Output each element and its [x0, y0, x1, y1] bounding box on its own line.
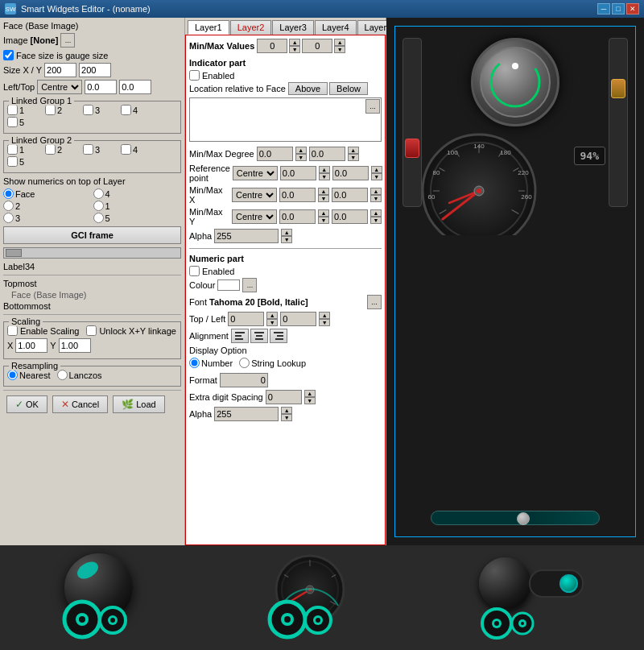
- above-button[interactable]: Above: [288, 82, 328, 95]
- left-up[interactable]: ▲: [319, 312, 330, 319]
- colour-swatch[interactable]: [217, 279, 240, 291]
- reference-point-v2-input[interactable]: [332, 166, 369, 180]
- nearest-radio[interactable]: [7, 370, 18, 380]
- minmax-val2-down[interactable]: ▼: [334, 46, 345, 53]
- ref-v1-down[interactable]: ▼: [319, 173, 330, 180]
- widget3-container: [475, 553, 588, 642]
- max-x-down[interactable]: ▼: [370, 195, 382, 202]
- horizontal-scrollbar[interactable]: [3, 247, 181, 259]
- nearest-option: Nearest: [7, 370, 51, 380]
- unlock-xy-checkbox[interactable]: [86, 325, 97, 336]
- enable-scaling-checkbox[interactable]: [7, 325, 18, 336]
- reference-point-v1-input[interactable]: [280, 166, 316, 180]
- minmax-x-dropdown[interactable]: Centre: [232, 188, 277, 202]
- extra-spacing-input[interactable]: [266, 390, 302, 404]
- lefttop-x-input[interactable]: [85, 80, 117, 94]
- reference-point-dropdown[interactable]: Centre: [233, 166, 278, 180]
- min-degree-down[interactable]: ▼: [295, 154, 307, 161]
- lefttop-y-input[interactable]: [119, 80, 151, 94]
- max-degree-input[interactable]: [309, 147, 345, 161]
- max-degree-up[interactable]: ▲: [348, 147, 359, 154]
- titlebar-left: SW Smart Widgets Editor - (noname): [5, 3, 151, 14]
- format-input[interactable]: [220, 373, 268, 387]
- tab-layer1[interactable]: Layer1: [188, 20, 229, 35]
- left-down[interactable]: ▼: [319, 319, 330, 326]
- max-y-input[interactable]: [332, 209, 368, 224]
- max-degree-down[interactable]: ▼: [348, 154, 359, 161]
- max-x-input[interactable]: [332, 188, 368, 202]
- min-x-down[interactable]: ▼: [318, 195, 329, 202]
- tab-layer2[interactable]: Layer2: [230, 20, 272, 35]
- image-browse-button[interactable]: ...: [60, 33, 75, 48]
- lefttop-align-dropdown[interactable]: Centre: [37, 80, 82, 94]
- align-right-button[interactable]: [270, 329, 287, 343]
- min-y-down[interactable]: ▼: [318, 217, 329, 224]
- scrollbar-thumb[interactable]: [6, 249, 22, 257]
- numeric-enabled-checkbox[interactable]: [189, 266, 200, 276]
- indicator-enabled-checkbox[interactable]: [189, 70, 200, 81]
- ref-v2-up[interactable]: ▲: [371, 166, 382, 173]
- load-button[interactable]: 🌿 Load: [113, 395, 164, 413]
- minimize-button[interactable]: ─: [597, 3, 610, 14]
- max-x-up[interactable]: ▲: [370, 188, 382, 195]
- max-y-down[interactable]: ▼: [370, 217, 382, 224]
- ref-v1-up[interactable]: ▲: [319, 166, 330, 173]
- extra-spacing-down[interactable]: ▼: [304, 397, 316, 404]
- location-label: Location relative to Face: [189, 84, 286, 93]
- minmax-val2-up[interactable]: ▲: [334, 39, 345, 46]
- tab-layer3[interactable]: Layer3: [272, 20, 314, 35]
- top-down[interactable]: ▼: [266, 319, 278, 326]
- minmax-x-row: Min/Max X Centre ▲ ▼ ▲ ▼: [189, 185, 382, 205]
- align-left-button[interactable]: [231, 329, 249, 343]
- ref-v2-down[interactable]: ▼: [371, 173, 382, 180]
- max-y-up[interactable]: ▲: [370, 209, 382, 217]
- minmax-val1-down[interactable]: ▼: [289, 46, 300, 53]
- top-input[interactable]: [228, 312, 264, 326]
- below-button[interactable]: Below: [329, 82, 368, 95]
- face-size-checkbox[interactable]: [3, 50, 14, 60]
- alpha2-down[interactable]: ▼: [281, 414, 292, 421]
- number-radio[interactable]: [189, 358, 200, 368]
- scale-y-input[interactable]: [59, 338, 91, 353]
- percent-value: 94%: [580, 150, 599, 162]
- min-degree-up[interactable]: ▲: [295, 147, 307, 154]
- align-center-button[interactable]: [250, 329, 268, 343]
- indicator-textarea-browse[interactable]: ...: [365, 99, 380, 114]
- size-x-input[interactable]: [44, 63, 76, 77]
- min-x-input[interactable]: [279, 188, 316, 202]
- min-y-input[interactable]: [279, 209, 316, 224]
- ok-button[interactable]: ✓ OK: [6, 395, 47, 413]
- alpha-down[interactable]: ▼: [281, 236, 292, 243]
- min-degree-input[interactable]: [257, 147, 293, 161]
- gci-frame-button[interactable]: GCI frame: [3, 226, 181, 244]
- min-y-up[interactable]: ▲: [318, 209, 329, 217]
- minmax-val2-input[interactable]: [302, 39, 332, 53]
- alpha-up[interactable]: ▲: [281, 229, 292, 236]
- string-lookup-radio[interactable]: [239, 358, 250, 368]
- lefttop-label: Left/Top: [3, 82, 35, 92]
- alpha-input[interactable]: [214, 229, 279, 243]
- top-up[interactable]: ▲: [266, 312, 278, 319]
- maximize-button[interactable]: □: [612, 3, 625, 14]
- scale-x-input[interactable]: [15, 338, 47, 353]
- knob-inner-ring: [480, 47, 551, 118]
- left-input[interactable]: [280, 312, 316, 326]
- close-button[interactable]: ✕: [626, 3, 639, 14]
- extra-spacing-up[interactable]: ▲: [304, 390, 316, 397]
- size-y-input[interactable]: [79, 63, 111, 77]
- minmax-val1-up[interactable]: ▲: [289, 39, 300, 46]
- tab-layer4[interactable]: Layer4: [315, 20, 357, 35]
- indicator-textarea[interactable]: [189, 97, 382, 142]
- min-x-up[interactable]: ▲: [318, 188, 329, 195]
- font-browse-button[interactable]: ...: [367, 295, 382, 309]
- colour-browse-button[interactable]: ...: [242, 278, 257, 292]
- alpha2-up[interactable]: ▲: [281, 407, 292, 414]
- alpha2-input[interactable]: [214, 407, 279, 421]
- lanczos-radio[interactable]: [57, 370, 68, 380]
- svg-text:180: 180: [500, 149, 511, 156]
- minmax-y-dropdown[interactable]: Centre: [232, 209, 277, 224]
- min-degree-spin: ▲ ▼: [295, 147, 307, 161]
- cancel-button[interactable]: ✕ Cancel: [52, 395, 108, 413]
- svg-rect-0: [235, 332, 245, 333]
- minmax-val1-input[interactable]: [257, 39, 287, 53]
